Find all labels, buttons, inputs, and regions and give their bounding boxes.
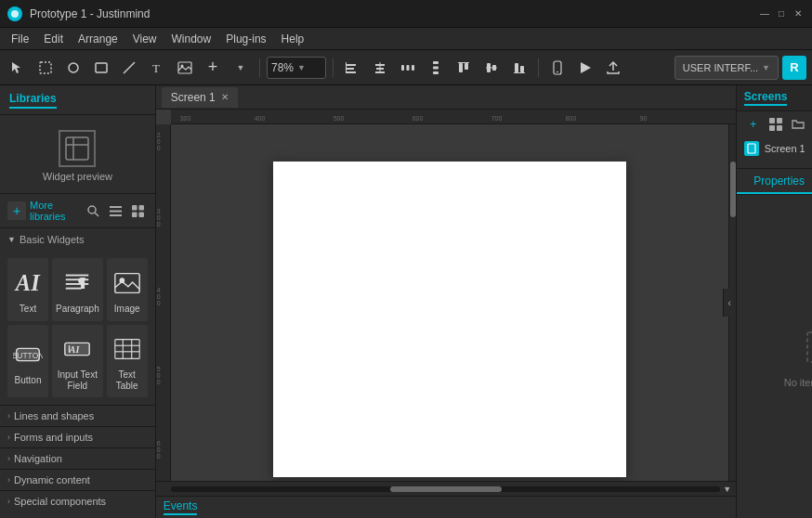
svg-rect-29	[515, 63, 518, 72]
svg-point-3	[69, 63, 78, 72]
widget-text-table[interactable]: Text Table	[107, 325, 148, 397]
menu-arrange[interactable]: Arrange	[71, 31, 125, 47]
svg-rect-22	[433, 71, 439, 74]
search-library-icon[interactable]	[85, 201, 103, 220]
forms-inputs-section[interactable]: › Forms and inputs	[0, 426, 155, 447]
add-screen-button[interactable]: +	[744, 115, 763, 134]
canvas-body: 200 300 400 500 600 ‹	[156, 124, 736, 481]
forms-inputs-chevron: ›	[7, 433, 10, 442]
menu-view[interactable]: View	[125, 31, 164, 47]
menu-file[interactable]: File	[4, 31, 36, 47]
svg-rect-9	[347, 64, 356, 66]
basic-widgets-label: Basic Widgets	[20, 234, 85, 245]
collapse-panel-button[interactable]: ‹	[723, 289, 736, 317]
svg-rect-44	[139, 205, 145, 211]
grid-view-icon[interactable]	[129, 201, 148, 220]
events-tab[interactable]: Events	[164, 499, 198, 515]
align-center-button[interactable]	[368, 56, 392, 80]
special-components-chevron: ›	[7, 497, 10, 506]
minimize-button[interactable]: —	[758, 7, 771, 20]
widget-text[interactable]: AI Text	[7, 258, 48, 321]
add-dropdown-button[interactable]: ▼	[229, 56, 253, 80]
canvas-hscroll[interactable]: ▼	[156, 481, 736, 496]
screen-grid-view-button[interactable]	[766, 115, 785, 134]
special-components-label: Special components	[14, 496, 106, 507]
align-bottom-button[interactable]	[507, 56, 531, 80]
menu-edit[interactable]: Edit	[36, 31, 71, 47]
add-library-button[interactable]: +	[7, 201, 26, 220]
menu-help[interactable]: Help	[274, 31, 312, 47]
canvas-tab-screen1[interactable]: Screen 1 ✕	[162, 87, 238, 108]
button-widget-label: Button	[15, 375, 42, 386]
user-avatar[interactable]: R	[782, 56, 806, 80]
libraries-tab[interactable]: Libraries	[9, 92, 57, 109]
screens-toolbar: + ↓ ↑	[737, 111, 812, 137]
navigation-section[interactable]: › Navigation	[0, 447, 155, 469]
close-button[interactable]: ✕	[792, 7, 805, 20]
rectangle-tool[interactable]	[89, 56, 113, 80]
svg-rect-41	[110, 210, 122, 212]
distribute-v-button[interactable]	[424, 56, 448, 80]
ruler-mark-600: 600	[413, 115, 424, 122]
scrollbar-thumb[interactable]	[390, 486, 502, 492]
upload-button[interactable]	[601, 56, 625, 80]
canvas-events-bar: Events	[156, 496, 736, 518]
menu-plugins[interactable]: Plug-ins	[218, 31, 273, 47]
user-profile-button[interactable]: USER INTERF... ▼	[674, 56, 779, 80]
canvas-page[interactable]	[273, 162, 626, 477]
list-view-icon[interactable]	[107, 201, 125, 220]
distribute-h-button[interactable]	[396, 56, 420, 80]
libraries-header: Libraries	[0, 85, 155, 115]
dynamic-content-section[interactable]: › Dynamic content	[0, 469, 155, 490]
svg-rect-31	[514, 72, 525, 73]
maximize-button[interactable]: □	[775, 7, 788, 20]
image-tool[interactable]	[173, 56, 197, 80]
ruler-mark-800: 800	[566, 115, 577, 122]
titlebar: Prototype 1 - Justinmind — □ ✕	[0, 0, 812, 28]
svg-rect-43	[132, 205, 138, 211]
circle-tool[interactable]	[61, 56, 85, 80]
text-tool[interactable]: T	[145, 56, 169, 80]
select-tool[interactable]	[6, 56, 30, 80]
properties-tab[interactable]: Properties	[737, 169, 812, 194]
add-element-button[interactable]: +	[201, 56, 225, 80]
align-top-button[interactable]	[452, 56, 476, 80]
svg-rect-18	[407, 65, 410, 71]
special-components-section[interactable]: › Special components	[0, 490, 155, 512]
widget-button[interactable]: BUTTON Button	[7, 325, 48, 397]
screens-tab[interactable]: Screens	[744, 90, 788, 106]
align-left-button[interactable]	[340, 56, 364, 80]
paragraph-widget-label: Paragraph	[56, 304, 99, 315]
svg-rect-68	[769, 125, 775, 131]
play-button[interactable]	[573, 56, 597, 80]
widget-image[interactable]: Image	[107, 258, 148, 321]
svg-rect-46	[139, 212, 145, 217]
widget-input-text-field[interactable]: AI Input Text Field	[52, 325, 103, 397]
lines-shapes-section[interactable]: › Lines and shapes	[0, 405, 155, 426]
paragraph-widget-icon: ¶	[60, 266, 94, 300]
screen-folder-button[interactable]	[789, 115, 807, 134]
svg-rect-17	[401, 65, 404, 71]
vscroll-thumb[interactable]	[730, 162, 736, 217]
screen-item-1[interactable]: Screen 1	[737, 137, 812, 160]
zoom-control[interactable]: 78% ▼	[267, 57, 326, 79]
widget-paragraph[interactable]: ¶ Paragraph	[52, 258, 103, 321]
line-tool[interactable]	[117, 56, 141, 80]
ruler-mark-400: 400	[255, 115, 266, 122]
menu-window[interactable]: Window	[164, 31, 219, 47]
canvas-scrollable[interactable]	[171, 124, 728, 481]
svg-rect-67	[777, 118, 782, 123]
ruler-mark-v-400: 400	[157, 287, 161, 306]
scroll-arrow-icon[interactable]: ▼	[722, 484, 733, 495]
svg-rect-76	[807, 332, 812, 362]
svg-marker-34	[581, 62, 591, 73]
svg-rect-35	[66, 137, 88, 160]
canvas-tab-close-icon[interactable]: ✕	[221, 92, 229, 102]
marquee-tool[interactable]	[33, 56, 58, 80]
align-middle-button[interactable]	[479, 56, 504, 80]
mobile-view-button[interactable]	[545, 56, 570, 80]
svg-rect-20	[433, 61, 439, 64]
no-item-icon	[800, 325, 812, 369]
basic-widgets-header[interactable]: ▼ Basic Widgets	[0, 228, 155, 251]
more-libraries-link[interactable]: More libraries	[30, 200, 81, 222]
